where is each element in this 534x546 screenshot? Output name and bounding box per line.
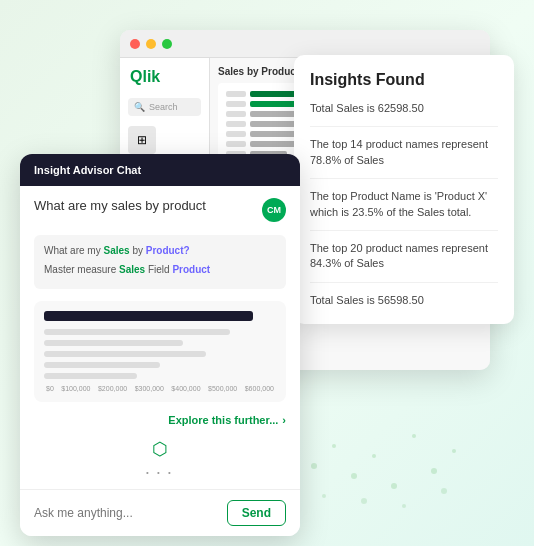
insights-panel: Insights Found Total Sales is 62598.50 T…	[294, 55, 514, 324]
query-product-highlight: Product?	[146, 245, 190, 256]
qlik-logo: Qlik	[128, 68, 201, 86]
result-bar-full	[44, 311, 253, 321]
insight-item-3: The top Product Name is 'Product X' whic…	[310, 189, 498, 231]
svg-point-2	[351, 473, 357, 479]
svg-point-9	[361, 498, 367, 504]
send-button[interactable]: Send	[227, 500, 286, 526]
explore-link-text: Explore this further...	[168, 414, 278, 426]
search-icon: 🔍	[134, 102, 145, 112]
svg-point-6	[431, 468, 437, 474]
chat-avatar: CM	[262, 198, 286, 222]
insight-item-4: The top 20 product names represent 84.3%…	[310, 241, 498, 283]
chat-x-tick-2: $200,000	[98, 385, 127, 392]
svg-point-3	[372, 454, 376, 458]
chat-query-box: What are my Sales by Product? Master mea…	[34, 235, 286, 289]
svg-point-10	[402, 504, 406, 508]
chat-x-tick-0: $0	[46, 385, 54, 392]
bar-label-4	[226, 121, 246, 127]
bar-label-5	[226, 131, 246, 137]
chat-x-tick-4: $400,000	[171, 385, 200, 392]
query-row-1: What are my Sales by Product?	[44, 243, 276, 259]
chat-body: What are my sales by product CM What are…	[20, 186, 300, 489]
query-mid-2: Field	[145, 264, 172, 275]
chat-result-area: $0 $100,000 $200,000 $300,000 $400,000 $…	[34, 301, 286, 402]
svg-point-0	[311, 463, 317, 469]
query-sales-2: Sales	[119, 264, 145, 275]
maximize-dot	[162, 39, 172, 49]
result-line-2	[44, 340, 183, 346]
bar-label-3	[226, 111, 246, 117]
svg-point-7	[452, 449, 456, 453]
bar-fill-6	[250, 141, 300, 147]
chat-typing-dots: • • •	[34, 468, 286, 477]
query-product-2: Product	[172, 264, 210, 275]
explore-link[interactable]: Explore this further... ›	[34, 410, 286, 430]
svg-point-4	[391, 483, 397, 489]
result-line-3	[44, 351, 206, 357]
chat-x-axis: $0 $100,000 $200,000 $300,000 $400,000 $…	[44, 385, 276, 392]
chat-header: Insight Advisor Chat	[20, 154, 300, 186]
query-row-2: Master measure Sales Field Product	[44, 262, 276, 278]
chat-input-field[interactable]	[34, 506, 219, 520]
chat-x-tick-3: $300,000	[135, 385, 164, 392]
chat-x-tick-1: $100,000	[61, 385, 90, 392]
chat-x-tick-5: $500,000	[208, 385, 237, 392]
chat-bot-icon: ⬡	[152, 439, 168, 459]
search-placeholder: Search	[149, 102, 178, 112]
minimize-dot	[146, 39, 156, 49]
insight-item-1: Total Sales is 62598.50	[310, 101, 498, 127]
svg-point-5	[412, 434, 416, 438]
query-sales-highlight: Sales	[103, 245, 129, 256]
insight-item-5: Total Sales is 56598.50	[310, 293, 498, 308]
chat-question: What are my sales by product	[34, 198, 206, 213]
close-dot	[130, 39, 140, 49]
fields-icon: ⊞	[128, 126, 156, 154]
insights-title: Insights Found	[310, 71, 498, 89]
chevron-right-icon: ›	[282, 414, 286, 426]
svg-point-8	[322, 494, 326, 498]
bar-label-6	[226, 141, 246, 147]
search-box[interactable]: 🔍 Search	[128, 98, 201, 116]
insight-item-2: The top 14 product names represent 78.8%…	[310, 137, 498, 179]
result-line-1	[44, 329, 230, 335]
browser-titlebar	[120, 30, 490, 58]
chat-window: Insight Advisor Chat What are my sales b…	[20, 154, 300, 536]
background-scatter	[294, 416, 474, 516]
query-prefix-2: Master measure	[44, 264, 119, 275]
result-line-4	[44, 362, 160, 368]
query-mid-1: by	[130, 245, 146, 256]
chat-bot-icon-row: ⬡	[34, 430, 286, 468]
svg-point-11	[441, 488, 447, 494]
bar-label-2	[226, 101, 246, 107]
result-line-5	[44, 373, 137, 379]
query-prefix-1: What are my	[44, 245, 103, 256]
chat-footer[interactable]: Send	[20, 489, 300, 536]
chat-x-tick-6: $600,000	[245, 385, 274, 392]
bar-label-1	[226, 91, 246, 97]
svg-point-1	[332, 444, 336, 448]
